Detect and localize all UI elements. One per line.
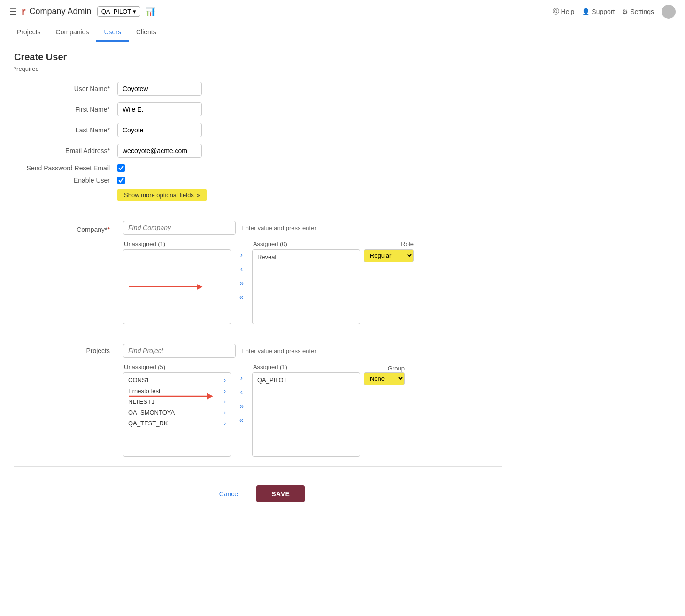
- main-nav: Projects Companies Users Clients: [0, 23, 685, 42]
- projects-dual-list: Unassigned (5) CONS1 › ErnestoTest › NLT…: [123, 363, 502, 457]
- username-row: User Name*: [14, 82, 502, 96]
- form-footer: Cancel SAVE: [14, 476, 502, 512]
- hamburger-icon[interactable]: ☰: [9, 7, 17, 17]
- send-password-label: Send Password Reset Email: [14, 164, 117, 172]
- list-item[interactable]: QA_SMONTOYA ›: [123, 407, 231, 418]
- list-item[interactable]: NLTEST1 ›: [123, 396, 231, 407]
- logo-icon: r: [22, 6, 26, 18]
- list-item[interactable]: QA_TEST_RK ›: [123, 418, 231, 429]
- find-company-input[interactable]: [123, 221, 236, 235]
- item-arrow-icon: ›: [224, 377, 226, 384]
- projects-unassigned-wrap: Unassigned (5) CONS1 › ErnestoTest › NLT…: [123, 363, 231, 457]
- projects-move-left-button[interactable]: ‹: [238, 387, 246, 397]
- list-item[interactable]: CONS1 ›: [123, 375, 231, 385]
- username-input[interactable]: [117, 82, 202, 96]
- projects-unassigned-list: CONS1 › ErnestoTest › NLTEST1 › QA_SMO: [123, 372, 231, 457]
- projects-assigned-list: QA_PILOT: [252, 372, 360, 457]
- enable-user-label: Enable User: [14, 177, 117, 184]
- company-move-left-button[interactable]: ‹: [238, 264, 246, 274]
- nav-companies[interactable]: Companies: [48, 23, 97, 42]
- company-dual-list: Unassigned (1): [123, 240, 502, 324]
- company-arrow-svg: [129, 283, 204, 291]
- avatar[interactable]: [662, 5, 676, 19]
- projects-label: Projects: [14, 347, 117, 354]
- enable-user-row: Enable User: [14, 177, 502, 184]
- projects-group-select[interactable]: None Group A Group B: [364, 372, 405, 385]
- projects-move-all-left-button[interactable]: «: [237, 415, 246, 425]
- show-more-label: Show more optional fields: [124, 192, 194, 199]
- cancel-button[interactable]: Cancel: [212, 485, 247, 502]
- company-assigned-list: Reveal: [252, 249, 360, 324]
- projects-assigned-wrap: Assigned (1) Group QA_PILOT: [252, 363, 405, 457]
- item-arrow-icon: ›: [224, 420, 226, 427]
- item-arrow-icon: ›: [224, 409, 226, 416]
- send-password-row: Send Password Reset Email: [14, 164, 502, 172]
- gear-icon: ⚙: [622, 8, 628, 15]
- header: ☰ r Company Admin QA_PILOT ▾ 📊 ⓪ Help 👤 …: [0, 0, 685, 23]
- person-icon: 👤: [582, 8, 590, 15]
- lastname-label: Last Name*: [14, 126, 117, 134]
- email-row: Email Address*: [14, 144, 502, 158]
- lastname-input[interactable]: [117, 123, 202, 137]
- projects-section: Projects Enter value and press enter Una…: [14, 344, 502, 467]
- env-label: QA_PILOT: [101, 8, 131, 15]
- settings-link[interactable]: ⚙ Settings: [622, 8, 654, 15]
- company-unassigned-wrap: Unassigned (1): [123, 240, 231, 324]
- company-assigned-wrap: Assigned (0) Role Reveal: [252, 240, 414, 324]
- header-actions: ⓪ Help 👤 Support ⚙ Settings: [553, 5, 676, 19]
- company-unassigned-header: Unassigned (1): [123, 240, 231, 247]
- required-note: *required: [14, 65, 502, 72]
- projects-move-right-button[interactable]: ›: [238, 373, 246, 383]
- company-transfer-buttons: › ‹ » «: [233, 250, 250, 302]
- firstname-input[interactable]: [117, 102, 202, 116]
- show-more-button[interactable]: Show more optional fields »: [117, 189, 207, 201]
- support-link[interactable]: 👤 Support: [582, 8, 615, 15]
- save-button[interactable]: SAVE: [256, 485, 305, 502]
- projects-assigned-header: Assigned (1): [252, 363, 287, 370]
- projects-transfer-buttons: › ‹ » «: [233, 373, 250, 425]
- company-role-col: Regular Admin Power User: [364, 249, 414, 262]
- page-title: Create User: [14, 52, 502, 62]
- help-icon: ⓪: [553, 8, 559, 16]
- username-label: User Name*: [14, 85, 117, 92]
- email-label: Email Address*: [14, 147, 117, 154]
- nav-projects[interactable]: Projects: [9, 23, 48, 42]
- list-item: Reveal: [253, 252, 360, 262]
- caret-down-icon: ▾: [133, 8, 136, 15]
- chart-icon[interactable]: 📊: [145, 7, 155, 17]
- projects-enter-hint: Enter value and press enter: [241, 347, 316, 354]
- list-item: QA_PILOT: [253, 375, 360, 385]
- firstname-label: First Name*: [14, 106, 117, 113]
- nav-clients[interactable]: Clients: [129, 23, 164, 42]
- list-item[interactable]: ErnestoTest ›: [123, 385, 231, 396]
- app-title: Company Admin: [30, 7, 92, 16]
- company-assigned-header: Assigned (0): [252, 240, 287, 247]
- help-link[interactable]: ⓪ Help: [553, 8, 575, 16]
- lastname-row: Last Name*: [14, 123, 502, 137]
- company-unassigned-list: [123, 249, 231, 324]
- find-project-input[interactable]: [123, 344, 236, 358]
- nav-users[interactable]: Users: [96, 23, 129, 42]
- main-content: Create User *required User Name* First N…: [0, 42, 516, 521]
- company-section: Company* Enter value and press enter Una…: [14, 221, 502, 334]
- firstname-row: First Name*: [14, 102, 502, 116]
- company-role-select[interactable]: Regular Admin Power User: [364, 249, 414, 262]
- basic-fields-section: User Name* First Name* Last Name* Email …: [14, 82, 502, 211]
- env-selector[interactable]: QA_PILOT ▾: [97, 6, 141, 17]
- company-enter-hint: Enter value and press enter: [241, 224, 316, 231]
- projects-group-header: Group: [387, 365, 405, 372]
- projects-move-all-right-button[interactable]: »: [237, 401, 246, 411]
- company-move-right-button[interactable]: ›: [238, 250, 246, 260]
- company-role-header: Role: [400, 240, 414, 247]
- projects-unassigned-header: Unassigned (5): [123, 363, 231, 370]
- double-right-icon: »: [197, 192, 200, 199]
- company-label: Company*: [14, 222, 117, 233]
- projects-group-col: None Group A Group B: [364, 372, 405, 385]
- email-input[interactable]: [117, 144, 202, 158]
- company-move-all-left-button[interactable]: «: [237, 292, 246, 302]
- enable-user-checkbox[interactable]: [117, 177, 125, 184]
- company-move-all-right-button[interactable]: »: [237, 278, 246, 288]
- item-arrow-icon: ›: [224, 388, 226, 394]
- send-password-checkbox[interactable]: [117, 164, 125, 172]
- item-arrow-icon: ›: [224, 399, 226, 405]
